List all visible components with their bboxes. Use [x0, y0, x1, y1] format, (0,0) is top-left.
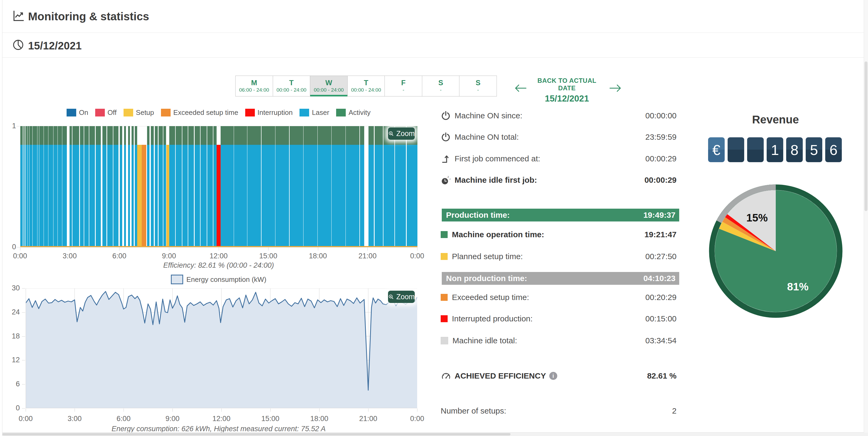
- horizontal-scrollbar-thumb[interactable]: [2, 433, 510, 435]
- timeline-segment-laser: [25, 145, 26, 247]
- timeline-segment-laser: [26, 145, 27, 247]
- legend-item-off: Off: [95, 108, 117, 117]
- timeline-segment-activity: [23, 126, 24, 145]
- legend-swatch: [124, 109, 133, 116]
- weekday-hours: 00:00 - 24:00: [277, 87, 306, 93]
- stat-row-number-of-setups: Number of setups:2: [441, 405, 677, 417]
- revenue-tile-digit-6: 6: [825, 137, 842, 162]
- weekday-cell-6-S[interactable]: S-: [459, 76, 497, 96]
- stat-value: 23:59:59: [645, 133, 677, 142]
- stat-row-machine-idle-total: Machine idle total:03:34:54: [441, 334, 677, 347]
- legend-swatch: [95, 109, 105, 116]
- energy-x-tick: [417, 408, 417, 412]
- stat-banner-label: Production time:: [442, 210, 510, 220]
- timeline-segment-laser: [89, 145, 95, 247]
- vertical-scrollbar-thumb[interactable]: [865, 62, 867, 211]
- stat-value: 00:20:29: [645, 293, 677, 302]
- stat-label: Machine ON since:: [455, 111, 522, 120]
- legend-item-on: On: [67, 108, 88, 117]
- timeline-segment-laser: [54, 145, 58, 247]
- magnifier-plus-icon: [388, 293, 394, 300]
- vertical-scrollbar[interactable]: [864, 0, 868, 433]
- legend-item-interruption: Interruption: [245, 108, 293, 117]
- timeline-segment-laser: [39, 145, 43, 247]
- legend-item-exceeded-setup-time: Exceeded setup time: [161, 108, 238, 117]
- weekday-letter: M: [251, 79, 257, 87]
- timeline-segment-laser: [383, 145, 395, 247]
- timeline-x-tick: [367, 247, 368, 250]
- weekday-cell-1-T[interactable]: T00:00 - 24:00: [273, 76, 310, 96]
- monitoring-dashboard: Monitoring & statistics 15/12/2021 M06:0…: [0, 0, 868, 436]
- week-selector: M06:00 - 24:00T00:00 - 24:00W00:00 - 24:…: [235, 76, 497, 96]
- legend-label: Exceeded setup time: [173, 108, 238, 117]
- timeline-segment-laser: [213, 145, 217, 247]
- timeline-segment-laser: [155, 145, 158, 247]
- next-day-arrow-icon[interactable]: [609, 83, 622, 94]
- energy-zoom-button[interactable]: Zoom: [388, 291, 415, 303]
- timeline-segment-laser: [120, 145, 122, 247]
- timeline-segment-activity: [151, 126, 154, 145]
- timeline-segment-activity: [169, 126, 175, 145]
- stat-row-machine-idle-first-job: zzMachine idle first job:00:00:29: [441, 174, 677, 186]
- weekday-cell-2-W[interactable]: W00:00 - 24:00: [310, 76, 348, 96]
- timeline-segment-laser: [49, 145, 53, 247]
- timeline-x-tick-label: 0:00: [5, 252, 35, 260]
- timeline-zoom-button[interactable]: Zoom: [388, 128, 415, 140]
- weekday-cell-4-F[interactable]: F-: [384, 76, 422, 96]
- stat-value: 19:21:47: [645, 230, 677, 239]
- page-left-border: [2, 0, 2, 436]
- stat-color-swatch: [441, 294, 447, 301]
- timeline-segment-planned_setup: [166, 145, 169, 247]
- info-icon[interactable]: i: [549, 372, 557, 380]
- app-header: Monitoring & statistics: [2, 0, 864, 33]
- legend-swatch: [161, 109, 170, 116]
- timeline-segment-interruption: [217, 145, 221, 247]
- timeline-segment-activity: [20, 126, 23, 145]
- previous-day-arrow-icon[interactable]: [514, 83, 527, 94]
- timeline-x-tick-label: 0:00: [402, 252, 432, 260]
- timeline-segment-laser: [113, 145, 119, 247]
- energy-x-tick-label: 12:00: [207, 415, 236, 423]
- stat-value: 2: [672, 406, 677, 415]
- stat-label: ACHIEVED EFFICIENCY: [455, 371, 546, 380]
- timeline-segment-activity: [375, 126, 383, 145]
- timeline-y-tick: [17, 247, 20, 247]
- weekday-cell-3-T[interactable]: T00:00 - 24:00: [347, 76, 385, 96]
- timeline-segment-laser: [207, 145, 213, 247]
- stat-row-first-job-commenced-at: First job commenced at:00:00:29: [441, 153, 677, 165]
- energy-x-tick-label: 15:00: [256, 415, 285, 423]
- timeline-segment-laser: [304, 145, 317, 247]
- energy-consumption-chart: [26, 288, 417, 408]
- legend-swatch: [300, 109, 309, 116]
- timeline-segment-laser: [135, 145, 137, 247]
- stat-banner-value: 19:49:37: [643, 210, 676, 220]
- legend-label: Activity: [348, 108, 370, 117]
- horizontal-scrollbar[interactable]: [2, 432, 868, 436]
- weekday-cell-0-M[interactable]: M06:00 - 24:00: [235, 76, 273, 96]
- timeline-segment-activity: [289, 126, 303, 145]
- timeline-y-tick-label: 1: [5, 122, 16, 130]
- weekday-cell-5-S[interactable]: S-: [422, 76, 460, 96]
- timeline-segment-activity: [89, 126, 95, 145]
- timeline-segment-activity: [275, 126, 289, 145]
- timeline-segment-activity: [131, 126, 133, 145]
- energy-y-tick: [22, 384, 25, 384]
- stat-color-swatch: [441, 253, 447, 260]
- timeline-segment-activity: [234, 126, 247, 145]
- timeline-segment-activity: [155, 126, 158, 145]
- timeline-segment-laser: [163, 145, 166, 247]
- timeline-segment-laser: [23, 145, 24, 247]
- energy-legend: Energy consumption (kW): [20, 275, 417, 284]
- weekday-letter: F: [401, 79, 406, 87]
- timeline-segment-laser: [128, 145, 130, 247]
- stat-row-machine-on-since: Machine ON since:00:00:00: [441, 109, 677, 122]
- timeline-segment-activity: [147, 126, 150, 145]
- stat-value: 00:00:29: [645, 175, 677, 185]
- timeline-segment-activity: [159, 126, 163, 145]
- timeline-segment-activity: [69, 126, 72, 145]
- timeline-segment-activity: [128, 126, 130, 145]
- pie-label-81: 81%: [787, 280, 808, 293]
- timeline-baseline: [20, 246, 417, 247]
- stat-label: Exceeded setup time:: [452, 293, 529, 302]
- back-to-actual-date-button[interactable]: BACK TO ACTUAL DATE 15/12/2021: [531, 77, 603, 104]
